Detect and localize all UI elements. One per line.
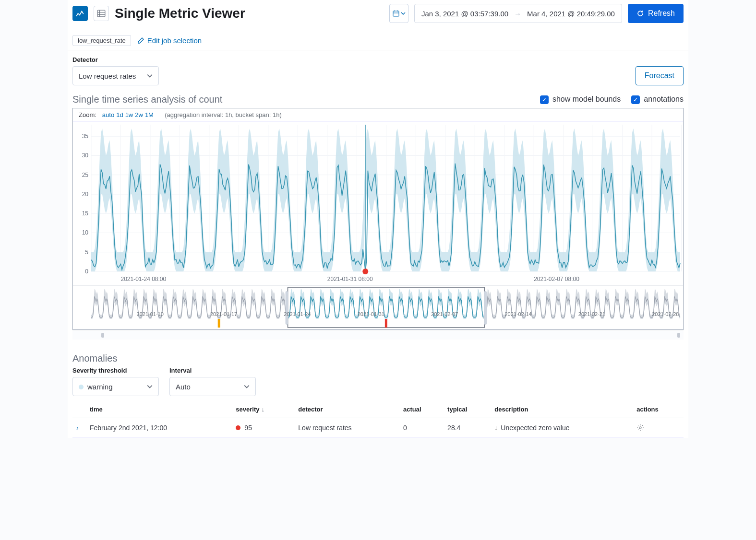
edit-job-link[interactable]: Edit job selection (137, 36, 202, 45)
anomalies-table: timeseverity↓detectoractualtypicaldescri… (72, 401, 684, 438)
cell-actions (633, 418, 684, 438)
svg-text:2021-01-24 08:00: 2021-01-24 08:00 (120, 276, 166, 282)
date-from: Jan 3, 2021 @ 03:57:39.00 (421, 10, 508, 18)
svg-text:20: 20 (82, 191, 89, 198)
context-chart[interactable]: 2021-01-102021-01-172021-01-242021-01-31… (72, 285, 684, 330)
gear-icon (636, 424, 644, 432)
col-actions[interactable]: actions (633, 401, 684, 418)
pencil-icon (137, 37, 144, 45)
zoom-link-1M[interactable]: 1M (145, 111, 154, 118)
zoom-link-auto[interactable]: auto (102, 111, 114, 118)
table-row: › February 2nd 2021, 12:00 95 Low reques… (72, 418, 684, 438)
track-thumb-right[interactable] (677, 333, 680, 338)
svg-text:30: 30 (82, 152, 89, 159)
cell-actual: 0 (399, 418, 444, 438)
svg-text:2021-01-31: 2021-01-31 (358, 311, 384, 317)
detector-row: Detector Low request rates Forecast (68, 50, 688, 85)
chevron-down-icon (401, 11, 406, 16)
annotations-checkbox[interactable]: ✓annotations (631, 95, 684, 104)
refresh-icon (636, 10, 644, 17)
col-severity[interactable]: severity↓ (232, 401, 294, 418)
zoom-link-2w[interactable]: 2w (135, 111, 143, 118)
chart-toolbar: Zoom: auto1d1w2w1M (aggregation interval… (73, 108, 683, 122)
table-icon (97, 9, 106, 18)
svg-rect-52 (484, 291, 487, 325)
interval-label: Interval (169, 367, 256, 374)
zoom-link-1d[interactable]: 1d (116, 111, 123, 118)
date-picker-trigger[interactable] (389, 4, 408, 23)
date-range[interactable]: Jan 3, 2021 @ 03:57:39.00 → Mar 4, 2021 … (414, 4, 622, 23)
cell-description: ↓Unexpected zero value (491, 418, 633, 438)
show-bounds-checkbox[interactable]: ✓show model bounds (540, 95, 621, 104)
zoom-link-1w[interactable]: 1w (125, 111, 133, 118)
zoom-links: auto1d1w2w1M (100, 111, 154, 118)
cell-detector: Low request rates (294, 418, 399, 438)
chevron-down-icon (244, 384, 250, 389)
svg-text:2021-01-24: 2021-01-24 (284, 311, 311, 317)
scrub-track[interactable] (72, 330, 684, 340)
expand-row[interactable]: › (76, 424, 82, 432)
arrow-right-icon: → (514, 10, 521, 18)
page-title: Single Metric Viewer (115, 6, 245, 21)
forecast-button[interactable]: Forecast (636, 66, 684, 85)
svg-text:10: 10 (82, 229, 89, 236)
col-time[interactable]: time (86, 401, 232, 418)
col-detector[interactable]: detector (294, 401, 399, 418)
analysis-title: Single time series analysis of count (72, 94, 222, 105)
refresh-button[interactable]: Refresh (628, 4, 684, 23)
analysis-header: Single time series analysis of count ✓sh… (68, 85, 688, 108)
page-header: Single Metric Viewer Jan 3, 2021 @ 03:57… (68, 0, 688, 29)
svg-rect-51 (286, 291, 288, 325)
svg-text:15: 15 (82, 210, 89, 217)
svg-text:2021-01-31 08:00: 2021-01-31 08:00 (327, 276, 373, 282)
anomaly-filters: Severity threshold warning Interval Auto (68, 367, 688, 401)
svg-text:0: 0 (85, 268, 88, 275)
job-subheader: low_request_rate Edit job selection (68, 29, 688, 50)
anomalies-title: Anomalies (68, 344, 688, 367)
cell-typical: 28.4 (444, 418, 491, 438)
interval-select[interactable]: Auto (169, 377, 256, 396)
focus-chart-svg: 051015202530352021-01-24 08:002021-01-31… (73, 122, 683, 285)
svg-text:2021-02-21: 2021-02-21 (578, 311, 605, 317)
table-view-toggle[interactable] (94, 6, 109, 21)
detector-label: Detector (72, 56, 159, 63)
chart-view-toggle[interactable] (72, 6, 88, 21)
svg-text:2021-02-14: 2021-02-14 (504, 311, 531, 317)
svg-text:2021-01-10: 2021-01-10 (137, 311, 164, 317)
col-description[interactable]: description (491, 401, 633, 418)
col-typical[interactable]: typical (444, 401, 491, 418)
date-to: Mar 4, 2021 @ 20:49:29.00 (527, 10, 615, 18)
col-actual[interactable]: actual (399, 401, 444, 418)
track-thumb-left[interactable] (101, 333, 104, 338)
svg-text:2021-02-28: 2021-02-28 (652, 311, 679, 317)
svg-text:2021-02-07 08:00: 2021-02-07 08:00 (534, 276, 579, 282)
svg-text:2021-01-17: 2021-01-17 (210, 311, 237, 317)
svg-rect-4 (393, 11, 399, 16)
cell-time: February 2nd 2021, 12:00 (86, 418, 232, 438)
cell-severity: 95 (232, 418, 294, 438)
focus-chart[interactable]: Zoom: auto1d1w2w1M (aggregation interval… (72, 108, 684, 285)
svg-text:25: 25 (82, 172, 89, 178)
svg-point-63 (639, 427, 641, 429)
job-chip[interactable]: low_request_rate (72, 35, 131, 46)
detector-select[interactable]: Low request rates (72, 66, 159, 85)
svg-text:5: 5 (85, 249, 88, 256)
calendar-icon (392, 10, 400, 17)
severity-threshold-select[interactable]: warning (72, 377, 159, 396)
row-actions-button[interactable] (636, 424, 680, 432)
svg-rect-0 (97, 10, 105, 17)
line-chart-icon (76, 9, 84, 18)
svg-text:35: 35 (82, 133, 89, 140)
severity-threshold-label: Severity threshold (72, 367, 159, 374)
context-chart-svg: 2021-01-102021-01-172021-01-242021-01-31… (73, 285, 683, 329)
chevron-down-icon (147, 384, 153, 389)
svg-text:2021-02-07: 2021-02-07 (431, 311, 458, 317)
svg-point-46 (362, 269, 368, 274)
chevron-down-icon (147, 73, 153, 79)
